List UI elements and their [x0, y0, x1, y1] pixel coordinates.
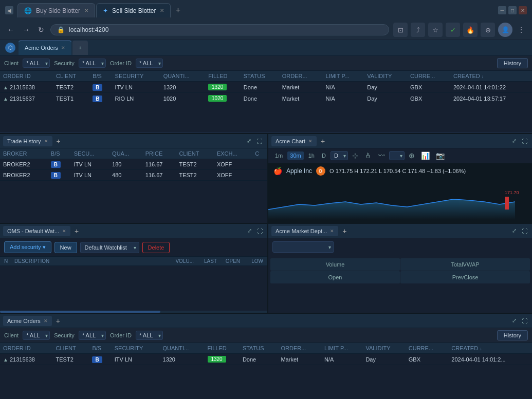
bookmark-icon-btn[interactable]: ☆ [428, 23, 443, 37]
chart-camera-btn[interactable]: 📷 [434, 150, 447, 161]
menu-btn[interactable]: ⋮ [516, 25, 527, 35]
watchlist-scrollbar[interactable] [0, 311, 267, 313]
buy-side-close[interactable]: ✕ [84, 8, 88, 13]
trade-row-2[interactable]: BROKER2 B ITV LN 480 116.67 TEST2 XOFF [0, 170, 267, 181]
expand-row2[interactable]: ▲ [3, 96, 8, 102]
table-row[interactable]: ▲ 21315638 TEST2 B ITV LN 1320 1320 Done… [0, 82, 532, 93]
sell-side-close[interactable]: ✕ [160, 8, 164, 13]
bottom-history-btn[interactable]: History [497, 330, 528, 340]
refresh-btn[interactable]: ↻ [36, 25, 46, 35]
wl-col-n: N [4, 258, 14, 264]
acme-chart-tab-close[interactable]: ✕ [308, 139, 313, 144]
trade-exchange-1: XOFF [214, 159, 252, 170]
security-filter-select[interactable]: * ALL [79, 59, 106, 68]
back-nav-btn[interactable]: ← [5, 25, 16, 35]
time-d-btn[interactable]: D [319, 151, 328, 160]
top-history-btn[interactable]: History [497, 58, 528, 68]
chart-crosshair-btn[interactable]: ⊹ [350, 150, 360, 161]
acme-chart-expand-btn[interactable]: ⛶ [520, 137, 529, 145]
screenshot-icon-btn[interactable]: ⊡ [393, 23, 408, 37]
stock-price-info: O 171.75 H 172.21 L 170.54 C 171.48 −1.8… [329, 168, 466, 174]
new-browser-tab-btn[interactable]: + [172, 4, 184, 16]
chart-type-select[interactable] [389, 151, 405, 160]
watchlist-name-select[interactable]: Default Watchlist [80, 242, 139, 253]
bottom-orders-tab[interactable]: Acme Orders ✕ [3, 316, 52, 326]
chart-interval-select[interactable]: D [331, 151, 348, 160]
buy-side-icon: 🌐 [24, 7, 32, 14]
price-label: 171.70 [505, 190, 519, 195]
user-dot: D [316, 166, 325, 176]
table-row[interactable]: ▲ 21315638 TEST2 B ITV LN 1320 1320 Done… [0, 354, 532, 365]
acme-chart-tab[interactable]: Acme Chart ✕ [271, 136, 317, 146]
bot-created-1: 2024-04-01 14:01:2... [448, 354, 532, 365]
order-id-filter-select[interactable]: * ALL [136, 59, 163, 68]
oms-label: OMS - Default Wat... [7, 228, 59, 234]
chart-candle-btn[interactable]: 🕯 [362, 150, 374, 161]
flame-btn[interactable]: 🔥 [463, 23, 478, 37]
client-filter-select[interactable]: * ALL [23, 59, 50, 68]
market-depth-popout-btn[interactable]: ⤢ [510, 226, 518, 235]
share-icon-btn[interactable]: ⤴ [411, 23, 425, 37]
oms-tab[interactable]: OMS - Default Wat... ✕ [3, 226, 70, 236]
col-quantity: QUANTI... [160, 71, 205, 82]
market-depth-tab-close[interactable]: ✕ [330, 229, 334, 234]
time-1h-btn[interactable]: 1h [306, 151, 317, 160]
trade-history-tab-close[interactable]: ✕ [44, 139, 48, 144]
bottom-orders-popout-btn[interactable]: ⤢ [510, 316, 518, 325]
trade-history-tab-add[interactable]: + [54, 137, 63, 145]
trade-history-tab[interactable]: Trade History ✕ [3, 136, 52, 146]
chart-bar-btn[interactable]: 📊 [419, 150, 432, 161]
shield-btn[interactable]: ⊕ [481, 23, 495, 37]
bot-filled-badge-1: 1320 [208, 356, 226, 363]
acme-chart-popout-btn[interactable]: ⤢ [510, 137, 518, 145]
forward-nav-btn[interactable]: → [21, 25, 32, 35]
delete-watchlist-btn[interactable]: Delete [142, 242, 170, 253]
checkmark-btn[interactable]: ✓ [446, 23, 460, 37]
chart-indicator-btn[interactable]: 〰 [376, 150, 387, 161]
back-btn[interactable]: ◀ [5, 6, 13, 14]
minimize-btn[interactable]: ─ [498, 6, 506, 14]
maximize-btn[interactable]: □ [508, 6, 517, 14]
new-watchlist-btn[interactable]: New [54, 242, 77, 253]
close-btn[interactable]: ✕ [519, 6, 527, 14]
add-security-btn[interactable]: Add security ▾ [4, 241, 51, 253]
market-depth-tab-add[interactable]: + [340, 227, 348, 235]
market-depth-tab[interactable]: Acme Market Dept... ✕ [271, 226, 338, 236]
time-1m-btn[interactable]: 1m [272, 151, 285, 160]
bot-validity-1: Day [362, 354, 405, 365]
app-tab-acme-orders-top[interactable]: Acme Orders ✕ [19, 41, 71, 55]
bottom-order-id-select[interactable]: * ALL [136, 331, 163, 340]
bottom-orders-expand-btn[interactable]: ⛶ [520, 317, 529, 325]
trade-history-actions: ⤢ ⛶ [245, 137, 264, 145]
browser-tab-buy-side[interactable]: 🌐 Buy Side Blotter ✕ [17, 3, 95, 17]
wl-col-low: LOW [240, 258, 263, 264]
bottom-client-select[interactable]: * ALL [23, 331, 50, 340]
url-bar[interactable]: 🔒 localhost:4200 [50, 24, 389, 35]
bottom-orders-tab-close[interactable]: ✕ [44, 318, 48, 324]
market-depth-expand-btn[interactable]: ⛶ [520, 227, 529, 235]
app-tab-add[interactable]: + [72, 41, 88, 55]
profile-icon[interactable]: 👤 [498, 23, 512, 37]
browser-tab-sell-side[interactable]: ✦ Sell Side Blotter ✕ [96, 3, 171, 17]
status-2: Done [241, 93, 279, 104]
time-30m-btn[interactable]: 30m [287, 151, 303, 160]
acme-chart-tab-add[interactable]: + [319, 137, 327, 145]
oms-popout-btn[interactable]: ⤢ [246, 226, 253, 235]
oms-expand-btn[interactable]: ⛶ [255, 227, 264, 235]
table-row[interactable]: ▲ 21315637 TEST1 B RIO LN 1020 1020 Done… [0, 93, 532, 104]
oms-tab-close[interactable]: ✕ [62, 229, 66, 234]
bottom-orders-actions: ⤢ ⛶ [510, 316, 529, 325]
trade-history-popout-btn[interactable]: ⤢ [245, 137, 253, 145]
col-client: CLIENT [53, 71, 89, 82]
chart-add-btn[interactable]: ⊕ [407, 150, 417, 161]
expand-row1[interactable]: ▲ [3, 85, 8, 90]
trade-row-1[interactable]: BROKER2 B ITV LN 180 116.67 TEST2 XOFF [0, 159, 267, 170]
status-1: Done [241, 82, 279, 93]
oms-tab-add[interactable]: + [72, 227, 81, 235]
trade-history-expand-btn[interactable]: ⛶ [255, 137, 264, 145]
acme-orders-tab-close[interactable]: ✕ [61, 45, 65, 50]
bot-expand-row1[interactable]: ▲ [3, 357, 8, 363]
bottom-security-select[interactable]: * ALL [79, 331, 106, 340]
market-depth-symbol-select[interactable] [272, 241, 334, 253]
bottom-orders-tab-add[interactable]: + [54, 317, 62, 325]
